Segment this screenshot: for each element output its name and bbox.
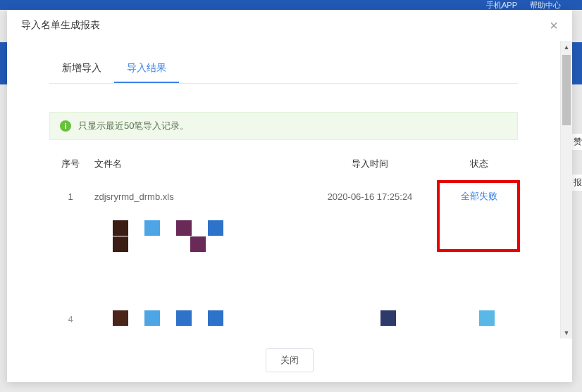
tab-new-import[interactable]: 新增导入 [49, 55, 114, 83]
col-header-status: 状态 [440, 158, 518, 170]
backdrop-link: 手机APP [486, 0, 517, 11]
cell-status-link[interactable]: 全部失败 [461, 191, 497, 201]
scrollbar-down-arrow[interactable]: ▼ [561, 327, 572, 339]
modal-footer: 关闭 [7, 339, 572, 382]
modal-title: 导入名单生成报表 [21, 19, 100, 32]
scrollbar-thumb[interactable] [562, 55, 571, 125]
info-icon: i [60, 120, 71, 132]
scrollbar-up-arrow[interactable]: ▲ [561, 41, 572, 53]
col-header-time: 导入时间 [299, 158, 440, 170]
import-report-modal: 导入名单生成报表 × 新增导入 导入结果 i 只显示最近50笔导入记录。 序号 … [7, 10, 572, 382]
import-records-table: 序号 文件名 导入时间 状态 1 zdjsryrmd_drmb.xls 2020… [49, 147, 518, 331]
cell-time: 2020-06-16 17:25:24 [299, 191, 440, 202]
redacted-rows: 4 [49, 212, 518, 331]
backdrop-link: 帮助中心 [530, 0, 561, 11]
close-button[interactable]: 关闭 [266, 348, 314, 372]
vertical-scrollbar[interactable]: ▲ ▼ [560, 41, 572, 339]
backdrop-top-bar: 手机APP 帮助中心 [0, 0, 582, 10]
modal-header: 导入名单生成报表 × [7, 10, 572, 41]
col-header-file: 文件名 [92, 158, 299, 170]
tab-import-result[interactable]: 导入结果 [114, 55, 179, 83]
backdrop-side-labels: 赞 报 [572, 134, 582, 215]
modal-body: 新增导入 导入结果 i 只显示最近50笔导入记录。 序号 文件名 导入时间 状态… [7, 41, 572, 339]
info-banner: i 只显示最近50笔导入记录。 [49, 112, 518, 140]
obscured-row-num: 4 [49, 314, 92, 324]
info-message: 只显示最近50笔导入记录。 [78, 120, 189, 132]
cell-seq: 1 [49, 191, 92, 202]
tabs: 新增导入 导入结果 [49, 55, 518, 84]
cell-file: zdjsryrmd_drmb.xls [92, 191, 299, 202]
col-header-seq: 序号 [49, 158, 92, 170]
table-header-row: 序号 文件名 导入时间 状态 [49, 147, 518, 181]
table-row: 1 zdjsryrmd_drmb.xls 2020-06-16 17:25:24… [49, 181, 518, 212]
close-icon[interactable]: × [550, 18, 558, 32]
